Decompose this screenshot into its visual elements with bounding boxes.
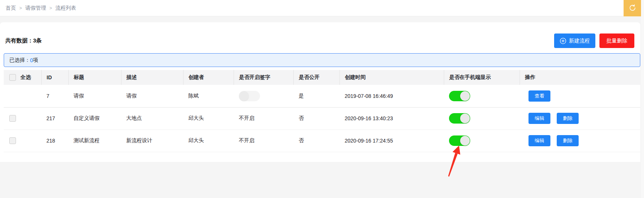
refresh-icon [628,4,637,13]
cell-id: 218 [41,130,68,152]
cell-id: 217 [41,107,68,130]
cell-title: 测试新流程 [68,130,121,152]
select-all-checkbox[interactable] [9,74,16,81]
delete-button[interactable]: 删除 [557,113,579,124]
mobile-visible-toggle[interactable] [449,113,470,124]
header-description: 描述 [121,70,183,85]
breadcrumb-separator: > [19,6,22,11]
breadcrumb-separator: > [49,6,52,11]
toggle-knob [460,91,470,101]
row-checkbox[interactable] [9,137,16,144]
cell-signature: 不开启 [234,107,293,130]
plus-circle-icon [560,38,566,44]
header-title: 标题 [68,70,121,85]
delete-button[interactable]: 删除 [557,135,579,146]
row-checkbox[interactable] [9,115,16,122]
signature-toggle[interactable] [239,91,260,101]
edit-button[interactable]: 编辑 [528,113,550,124]
cell-created-at: 2020-09-16 17:24:55 [339,130,444,152]
mobile-visible-toggle-annotated[interactable] [449,135,470,146]
refresh-button[interactable] [624,0,641,16]
breadcrumb-current-page: 流程列表 [55,5,76,12]
cell-creator: 邱大头 [183,107,234,130]
mobile-visible-toggle[interactable] [449,91,470,101]
toggle-knob [460,114,470,123]
cell-description: 请假 [121,85,183,107]
header-actions: 操作 [520,70,640,85]
breadcrumb-home[interactable]: 首页 [6,5,16,12]
cell-creator: 邱大头 [183,130,234,152]
create-flow-button[interactable]: 新建流程 [554,33,595,48]
cell-public: 否 [293,107,339,130]
header-signature: 是否开启签字 [234,70,293,85]
cell-created-at: 2020-09-16 13:40:23 [339,107,444,130]
header-id: ID [41,70,68,85]
toggle-knob [239,91,249,101]
selection-info-bar: 已选择：0项 [4,53,640,67]
cell-title: 请假 [68,85,121,107]
cell-created-at: 2019-07-08 16:46:49 [339,85,444,107]
table-row: 218 测试新流程 新流程设计 邱大头 不开启 否 2020-09-16 17:… [4,130,640,152]
toolbar: 共有数据：3条 新建流程 批量删除 [4,22,640,48]
cell-id: 7 [41,85,68,107]
total-count-label: 共有数据：3条 [5,37,42,44]
cell-description: 大地点 [121,107,183,130]
header-public: 是否公开 [293,70,339,85]
selection-suffix: 项 [33,57,38,64]
content-card: 共有数据：3条 新建流程 批量删除 已选择：0项 [0,22,640,162]
header-created-at: 创建时间 [339,70,444,85]
selection-prefix: 已选择： [9,57,30,64]
header-mobile-visible: 是否在手机端显示 [444,70,520,85]
cell-title: 自定义请假 [68,107,121,130]
header-creator: 创建者 [183,70,234,85]
cell-creator: 陈斌 [183,85,234,107]
edit-button[interactable]: 编辑 [528,135,550,146]
scrollbar-track[interactable] [641,0,644,198]
selection-count: 0 [30,57,33,63]
breadcrumb-bar: 首页 > 请假管理 > 流程列表 [0,0,644,16]
cell-public: 否 [293,130,339,152]
breadcrumb-leave-management[interactable]: 请假管理 [25,5,46,12]
flow-table: 全选 ID 标题 描述 创建者 是否开启签字 是否公开 创建时间 是否在手机端显… [4,70,640,152]
view-button[interactable]: 查看 [528,90,550,102]
toggle-knob [460,136,470,146]
cell-public: 是 [293,85,339,107]
create-flow-label: 新建流程 [569,38,590,44]
table-row: 7 请假 请假 陈斌 是 2019-07-08 16:46:49 查看 [4,85,640,107]
table-header-row: 全选 ID 标题 描述 创建者 是否开启签字 是否公开 创建时间 是否在手机端显… [4,70,640,85]
batch-delete-button[interactable]: 批量删除 [599,33,634,48]
cell-signature: 不开启 [234,130,293,152]
cell-description: 新流程设计 [121,130,183,152]
header-select-all: 全选 [20,74,31,81]
table-row: 217 自定义请假 大地点 邱大头 不开启 否 2020-09-16 13:40… [4,107,640,130]
